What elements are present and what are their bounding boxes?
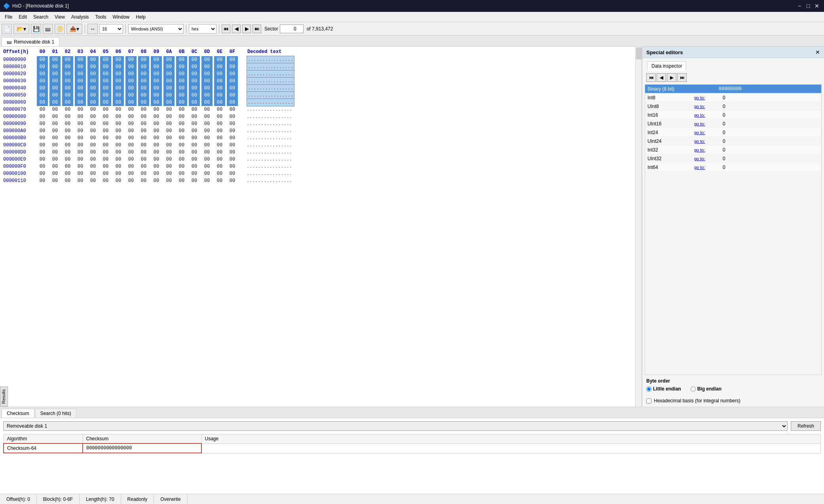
hex-rows-container[interactable]: 0000000000000000000000000000000000000000… bbox=[3, 56, 638, 184]
hex-byte[interactable]: 00 bbox=[163, 149, 175, 156]
hex-byte[interactable]: 00 bbox=[201, 99, 213, 106]
hex-byte[interactable]: 00 bbox=[75, 78, 86, 85]
hex-byte[interactable]: 00 bbox=[37, 70, 48, 78]
hex-byte[interactable]: 00 bbox=[87, 177, 99, 184]
hex-byte[interactable]: 00 bbox=[189, 56, 200, 63]
hex-byte[interactable]: 00 bbox=[37, 149, 48, 156]
hex-byte[interactable]: 00 bbox=[138, 63, 149, 70]
hex-byte[interactable]: 00 bbox=[62, 149, 73, 156]
hex-byte[interactable]: 00 bbox=[49, 120, 61, 127]
hex-byte[interactable]: 00 bbox=[227, 106, 238, 113]
hex-byte[interactable]: 00 bbox=[227, 156, 238, 163]
hex-byte[interactable]: 00 bbox=[151, 63, 162, 70]
hex-byte[interactable]: 00 bbox=[151, 149, 162, 156]
di-row-goto[interactable]: go to: bbox=[693, 104, 720, 109]
hex-byte[interactable]: 00 bbox=[201, 156, 213, 163]
di-row-goto[interactable]: go to: bbox=[693, 130, 720, 135]
hex-scrollbar[interactable] bbox=[635, 47, 642, 407]
hex-byte[interactable]: 00 bbox=[189, 156, 200, 163]
hex-row[interactable]: 000000B000000000000000000000000000000000… bbox=[3, 135, 638, 142]
hex-byte[interactable]: 00 bbox=[113, 142, 124, 149]
hex-byte[interactable]: 00 bbox=[125, 135, 137, 142]
hex-byte[interactable]: 00 bbox=[62, 113, 73, 120]
hex-byte[interactable]: 00 bbox=[75, 127, 86, 135]
hex-byte[interactable]: 00 bbox=[49, 142, 61, 149]
results-vertical-tab[interactable]: Results bbox=[0, 387, 8, 407]
hex-byte[interactable]: 00 bbox=[37, 63, 48, 70]
menu-help[interactable]: Help bbox=[133, 13, 149, 21]
hex-byte[interactable]: 00 bbox=[151, 113, 162, 120]
hex-byte[interactable]: 00 bbox=[163, 92, 175, 99]
hex-byte[interactable]: 00 bbox=[138, 78, 149, 85]
hex-byte[interactable]: 00 bbox=[113, 106, 124, 113]
hex-byte[interactable]: 00 bbox=[113, 120, 124, 127]
hex-byte[interactable]: 00 bbox=[100, 99, 111, 106]
hex-byte[interactable]: 00 bbox=[62, 85, 73, 92]
di-row-goto[interactable]: go to: bbox=[693, 121, 720, 126]
hex-byte[interactable]: 00 bbox=[49, 106, 61, 113]
hex-byte[interactable]: 00 bbox=[113, 135, 124, 142]
hex-byte[interactable]: 00 bbox=[113, 113, 124, 120]
hex-byte[interactable]: 00 bbox=[201, 92, 213, 99]
hex-byte[interactable]: 00 bbox=[100, 56, 111, 63]
hex-byte[interactable]: 00 bbox=[138, 92, 149, 99]
hex-byte[interactable]: 00 bbox=[227, 85, 238, 92]
hex-byte[interactable]: 00 bbox=[201, 106, 213, 113]
hex-byte[interactable]: 00 bbox=[125, 149, 137, 156]
hex-byte[interactable]: 00 bbox=[49, 92, 61, 99]
hex-byte[interactable]: 00 bbox=[125, 85, 137, 92]
hex-byte[interactable]: 00 bbox=[138, 142, 149, 149]
hex-byte[interactable]: 00 bbox=[227, 56, 238, 63]
hex-byte[interactable]: 00 bbox=[113, 170, 124, 177]
data-inspector-tab[interactable]: Data inspector bbox=[647, 61, 686, 71]
hex-byte[interactable]: 00 bbox=[163, 142, 175, 149]
hex-byte[interactable]: 00 bbox=[87, 142, 99, 149]
hex-byte[interactable]: 00 bbox=[37, 127, 48, 135]
di-row-goto[interactable]: go to: bbox=[693, 113, 720, 117]
hex-byte[interactable]: 00 bbox=[75, 170, 86, 177]
hex-row[interactable]: 000000A000000000000000000000000000000000… bbox=[3, 127, 638, 135]
hex-byte[interactable]: 00 bbox=[176, 127, 187, 135]
hex-byte[interactable]: 00 bbox=[201, 142, 213, 149]
hex-row[interactable]: 0000005000000000000000000000000000000000… bbox=[3, 92, 638, 99]
export-button[interactable]: 📤▾ bbox=[66, 24, 82, 34]
little-endian-radio[interactable] bbox=[646, 387, 651, 392]
hex-byte[interactable]: 00 bbox=[227, 163, 238, 170]
hex-byte[interactable]: 00 bbox=[214, 120, 225, 127]
hex-byte[interactable]: 00 bbox=[87, 56, 99, 63]
hex-byte[interactable]: 00 bbox=[49, 78, 61, 85]
hex-byte[interactable]: 00 bbox=[62, 135, 73, 142]
hex-byte[interactable]: 00 bbox=[125, 113, 137, 120]
hex-byte[interactable]: 00 bbox=[176, 135, 187, 142]
hex-byte[interactable]: 00 bbox=[75, 70, 86, 78]
hex-byte[interactable]: 00 bbox=[75, 142, 86, 149]
hex-byte[interactable]: 00 bbox=[113, 92, 124, 99]
hex-byte[interactable]: 00 bbox=[201, 113, 213, 120]
hex-byte[interactable]: 00 bbox=[37, 135, 48, 142]
hex-byte[interactable]: 00 bbox=[163, 56, 175, 63]
hex-byte[interactable]: 00 bbox=[125, 78, 137, 85]
hex-byte[interactable]: 00 bbox=[151, 99, 162, 106]
hex-byte[interactable]: 00 bbox=[87, 163, 99, 170]
hex-byte[interactable]: 00 bbox=[100, 106, 111, 113]
hex-byte[interactable]: 00 bbox=[201, 63, 213, 70]
hex-byte[interactable]: 00 bbox=[87, 127, 99, 135]
hex-byte[interactable]: 00 bbox=[176, 63, 187, 70]
hex-byte[interactable]: 00 bbox=[189, 177, 200, 184]
little-endian-option[interactable]: Little endian bbox=[646, 386, 681, 392]
menu-tools[interactable]: Tools bbox=[92, 13, 110, 21]
hex-byte[interactable]: 00 bbox=[227, 120, 238, 127]
refresh-button[interactable]: Refresh bbox=[791, 421, 821, 431]
hex-byte[interactable]: 00 bbox=[151, 177, 162, 184]
hex-byte[interactable]: 00 bbox=[176, 163, 187, 170]
hex-byte[interactable]: 00 bbox=[189, 142, 200, 149]
save-button[interactable]: 💾 bbox=[31, 24, 41, 34]
menu-edit[interactable]: Edit bbox=[15, 13, 30, 21]
hex-byte[interactable]: 00 bbox=[201, 170, 213, 177]
hex-byte[interactable]: 00 bbox=[138, 135, 149, 142]
hex-byte[interactable]: 00 bbox=[87, 120, 99, 127]
hex-row[interactable]: 000000F000000000000000000000000000000000… bbox=[3, 163, 638, 170]
hex-row[interactable]: 0000006000000000000000000000000000000000… bbox=[3, 99, 638, 106]
hex-byte[interactable]: 00 bbox=[214, 156, 225, 163]
hex-byte[interactable]: 00 bbox=[163, 127, 175, 135]
